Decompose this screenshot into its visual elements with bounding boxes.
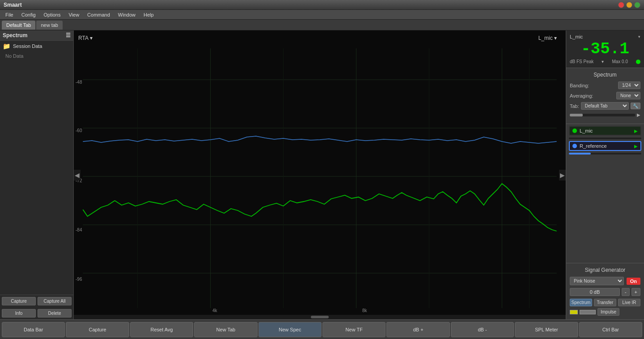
spectrum-settings-title: Spectrum [570,72,640,78]
lmic-meter [569,137,641,139]
tab-label: Tab: [570,103,579,109]
menu-config[interactable]: Config [18,11,39,18]
signal-generator: Signal Generator Pink Noise White Noise … [566,263,644,319]
sidebar: Spectrum ☰ 📁 Session Data No Data Captur… [0,30,74,319]
main-layout: Spectrum ☰ 📁 Session Data No Data Captur… [0,30,644,319]
sig-gen-title: Signal Generator [570,267,640,273]
rta-label[interactable]: RTA ▾ [78,35,93,41]
menu-window[interactable]: Window [114,11,139,18]
rref-meter [569,153,641,154]
level-channel-label: L_mic [570,34,583,39]
wrench-button[interactable]: 🔧 [631,103,640,109]
rref-meter-fill [569,153,591,154]
menu-view[interactable]: View [65,11,83,18]
window-controls [618,2,640,8]
x-label-4k: 4k [212,308,217,313]
lmic-chart-label[interactable]: L_mic ▾ [538,35,557,41]
mode-row: Spectrum Transfer Live IR [570,299,640,306]
sig-gen-type-select[interactable]: Pink Noise White Noise Sine [570,277,624,285]
close-btn[interactable] [618,2,624,8]
toolbar-spl-meter[interactable]: SPL Meter [515,322,578,337]
level-value: -35.1 [570,41,640,57]
tab-default[interactable]: Default Tab [2,21,35,30]
sidebar-btn-row-1: Capture Capture All [0,295,73,307]
tab-new[interactable]: new tab [36,21,63,30]
sidebar-menu-icon[interactable]: ☰ [66,32,71,39]
tab-bar: Default Tab new tab [0,20,644,30]
level-channel-row: L_mic ▾ [570,34,640,39]
chart-right-arrow[interactable]: ▶ [559,170,566,180]
mode-spectrum-button[interactable]: Spectrum [570,299,592,306]
menu-file[interactable]: File [2,11,17,18]
level-dropdown2[interactable]: ▾ [602,59,604,64]
toolbar-new-tab[interactable]: New Tab [194,322,257,337]
impulse-button[interactable]: Impulse [597,308,619,316]
min-btn[interactable] [626,2,632,8]
level-indicator [636,60,640,64]
right-panel: L_mic ▾ -35.1 dB FS Peak ▾ Max 0.0 Spect… [566,30,644,319]
mode-transfer-button[interactable]: Transfer [594,299,616,306]
level-unit-row: dB FS Peak ▾ Max 0.0 [570,59,640,64]
toolbar-data-bar[interactable]: Data Bar [2,322,65,337]
sidebar-session-data[interactable]: 📁 Session Data [0,41,73,51]
lmic-play[interactable]: ▶ [634,129,638,133]
menu-help[interactable]: Help [140,11,157,18]
sidebar-title: Spectrum [3,32,27,39]
max-btn[interactable] [634,2,640,8]
signal-strip-rref[interactable]: R_reference ▶ [569,141,641,151]
chart-left-arrow[interactable]: ◀ [74,170,80,180]
banding-row: Banding: 1/24 1/12 1/6 1/3 [570,82,640,89]
tab-select[interactable]: Default Tab [581,102,629,110]
level-dropdown-arrow[interactable]: ▾ [638,34,640,39]
db-value: 0 dB [570,288,620,296]
spectrum-settings: Spectrum Banding: 1/24 1/12 1/6 1/3 Aver… [566,68,644,124]
menu-command[interactable]: Command [84,11,114,18]
rref-play[interactable]: ▶ [634,144,638,149]
toolbar-db-plus[interactable]: dB + [386,322,449,337]
lmic-name: L_mic [580,128,631,133]
chart-area: RTA ▾ L_mic ▾ -48 -60 -72 -84 -96 4k 8k … [74,30,566,319]
progress-bar-fill [570,114,583,116]
sidebar-header: Spectrum ☰ [0,30,73,41]
play-button[interactable]: ▶ [637,112,640,117]
db-plus-button[interactable]: + [631,288,640,296]
progress-row: ▶ [570,112,640,117]
mode-liveir-button[interactable]: Live IR [618,299,640,306]
db-row: 0 dB - + [570,288,640,296]
chart-scrollbar[interactable] [74,315,566,319]
toolbar-capture[interactable]: Capture [66,322,129,337]
yellow-indicator [570,310,578,314]
y-label-84: -84 [76,227,82,232]
sig-gen-type-row: Pink Noise White Noise Sine On [570,277,640,285]
scroll-handle[interactable] [311,316,329,318]
toolbar-new-tf[interactable]: New TF [322,322,386,337]
toolbar-reset-avg[interactable]: Reset Avg [130,322,193,337]
delete-button[interactable]: Delete [38,309,72,318]
capture-all-button[interactable]: Capture All [38,297,72,305]
rref-dot [572,144,577,148]
max-label: Max 0.0 [612,59,628,64]
toolbar-ctrl-bar[interactable]: Ctrl Bar [579,322,642,337]
capture-button[interactable]: Capture [2,297,36,305]
last-mode-row: Impulse [570,308,640,316]
spectrum-chart [74,30,566,319]
signal-strips: L_mic ▶ R_reference ▶ [566,124,644,155]
signal-strip-lmic[interactable]: L_mic ▶ [569,126,641,136]
menu-options[interactable]: Options [40,11,64,18]
level-unit: dB FS Peak [570,59,593,64]
menu-bar: File Config Options View Command Window … [0,10,644,20]
toolbar-db-minus[interactable]: dB - [451,322,514,337]
sig-gen-on-button[interactable]: On [627,278,640,285]
averaging-select[interactable]: None 2 4 8 [616,92,640,99]
gray-indicator [580,310,596,314]
info-button[interactable]: Info [2,309,36,318]
rref-name: R_reference [580,143,631,149]
banding-select[interactable]: 1/24 1/12 1/6 1/3 [618,82,640,89]
db-minus-button[interactable]: - [622,288,630,296]
y-label-48: -48 [76,80,82,85]
bottom-toolbar: Data Bar Capture Reset Avg New Tab New S… [0,319,644,339]
toolbar-new-spec[interactable]: New Spec [258,322,322,337]
sidebar-no-data: No Data [0,51,73,60]
app-name: Smaart [4,2,22,8]
banding-label: Banding: [570,83,589,88]
